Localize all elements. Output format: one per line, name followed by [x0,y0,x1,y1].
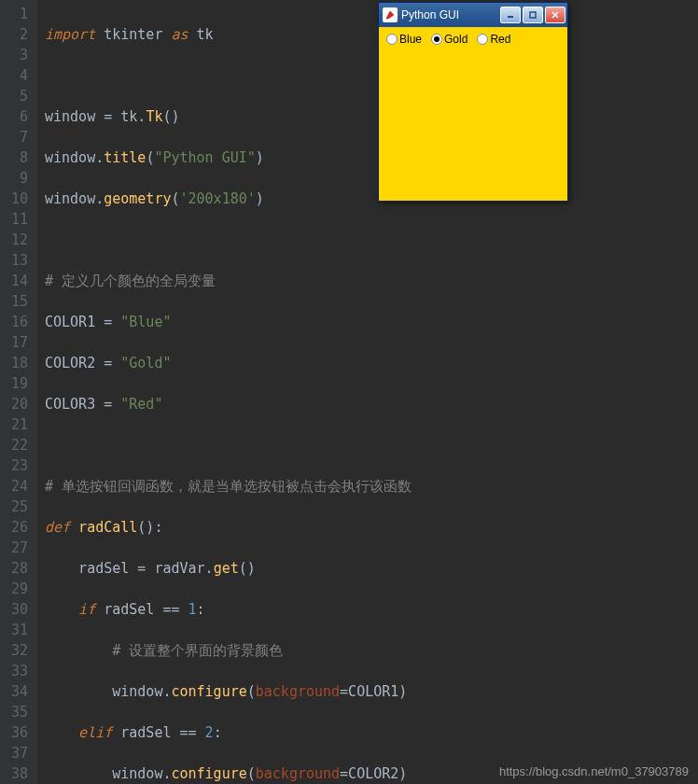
window-body: Blue Gold Red [379,27,567,201]
radio-red[interactable]: Red [475,33,512,46]
line-number: 38 [6,763,28,784]
tk-feather-icon [383,7,398,22]
line-number: 29 [6,579,28,599]
line-number: 17 [6,332,28,353]
maximize-button[interactable] [523,7,543,23]
line-number: 12 [6,230,28,250]
line-number: 15 [6,291,28,312]
radio-blue[interactable]: Blue [384,33,424,46]
line-number: 20 [6,394,28,414]
code-line: def radCall(): [45,517,698,538]
line-number: 32 [6,640,28,661]
code-line: window.configure(background=COLOR1) [45,681,698,702]
code-line: window.title("Python GUI") [45,147,698,168]
radio-icon [386,34,398,45]
code-line [45,230,698,250]
line-number: 21 [6,414,28,435]
python-gui-window: Python GUI Blue Gold Red [378,2,568,202]
line-number: 26 [6,517,28,538]
line-number: 4 [6,65,28,86]
close-button[interactable] [545,7,565,23]
line-number: 9 [6,168,28,189]
line-number: 19 [6,373,28,394]
line-number: 6 [6,106,28,127]
line-number: 11 [6,209,28,230]
radio-label: Gold [444,33,468,46]
line-number: 1 [6,4,28,24]
code-line: COLOR3 = "Red" [45,394,698,414]
svg-rect-1 [530,12,536,18]
line-number: 30 [6,599,28,620]
code-line: COLOR2 = "Gold" [45,353,698,373]
line-number: 27 [6,538,28,558]
radio-group: Blue Gold Red [383,31,564,48]
window-title: Python GUI [401,8,496,21]
code-line: if radSel == 1: [45,599,698,620]
code-editor: 1 2 3 4 5 6 7 8 9 10 11 12 13 14 15 16 1… [0,0,698,784]
window-titlebar[interactable]: Python GUI [379,3,567,27]
watermark: https://blog.csdn.net/m0_37903789 [499,764,689,778]
line-number: 37 [6,743,28,763]
line-number: 18 [6,353,28,373]
line-number: 24 [6,476,28,497]
line-number: 16 [6,312,28,332]
code-line: radSel = radVar.get() [45,558,698,579]
minimize-button[interactable] [500,7,521,23]
code-area[interactable]: import tkinter as tk window = tk.Tk() wi… [37,0,698,784]
window-buttons [500,7,565,23]
code-line: elif radSel == 2: [45,722,698,743]
line-number: 14 [6,271,28,291]
line-number: 5 [6,86,28,106]
radio-gold[interactable]: Gold [429,33,469,46]
code-line: import tkinter as tk [45,24,698,45]
code-line: # 设置整个界面的背景颜色 [45,640,698,661]
radio-label: Blue [399,33,422,46]
line-number: 25 [6,497,28,517]
code-line: # 单选按钮回调函数，就是当单选按钮被点击会执行该函数 [45,476,698,497]
radio-icon [477,34,488,45]
line-number: 35 [6,702,28,722]
radio-label: Red [490,33,510,46]
line-number: 31 [6,620,28,640]
code-line: window = tk.Tk() [45,106,698,127]
line-number: 33 [6,661,28,681]
code-line: COLOR1 = "Blue" [45,312,698,332]
code-line [45,435,698,455]
line-number: 10 [6,189,28,209]
line-number: 36 [6,722,28,743]
line-number: 8 [6,147,28,168]
code-line: # 定义几个颜色的全局变量 [45,271,698,291]
line-number: 7 [6,127,28,147]
line-number: 2 [6,24,28,45]
code-line: window.geometry('200x180') [45,189,698,209]
line-number: 28 [6,558,28,579]
line-number: 3 [6,45,28,65]
line-number: 23 [6,455,28,476]
line-number: 34 [6,681,28,702]
line-number: 13 [6,250,28,271]
line-gutter: 1 2 3 4 5 6 7 8 9 10 11 12 13 14 15 16 1… [0,0,37,784]
line-number: 22 [6,435,28,455]
radio-icon-selected [431,34,442,45]
code-line [45,65,698,86]
